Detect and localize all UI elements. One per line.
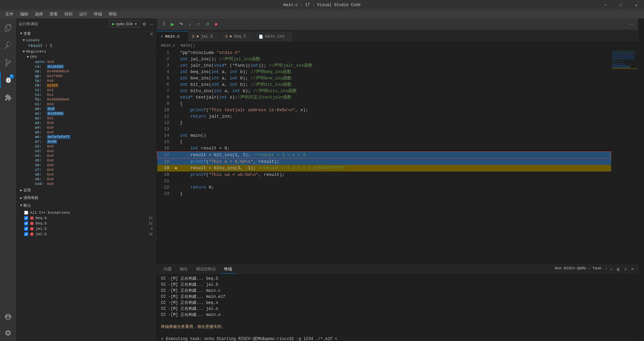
reg-s9[interactable]: s9:0x0: [27, 177, 157, 182]
bp-jals-16[interactable]: jal.S 16: [24, 231, 153, 237]
reg-s8[interactable]: s8:0x0: [27, 172, 157, 177]
registers-section[interactable]: ▼ Registers: [20, 49, 157, 54]
tab-main-c[interactable]: C main.c ✕: [157, 31, 188, 42]
tab-beq-s[interactable]: S ● beq.S ✕: [221, 31, 255, 42]
reg-a1[interactable]: a1:0x28008: [27, 111, 157, 116]
debug-stop-button[interactable]: ■: [212, 20, 220, 28]
terminal-content[interactable]: CC -[M] 正在构建... beq.S CC -[M] 正在构建... ja…: [157, 274, 638, 341]
code-editor[interactable]: 1"pp">#include "stdio.h"2int jal_ins(); …: [157, 50, 611, 264]
menu-view[interactable]: 查看: [47, 11, 60, 18]
breadcrumb-symbol[interactable]: main(): [180, 43, 195, 48]
menu-goto[interactable]: 转到: [62, 11, 75, 18]
bp-all-cpp-checkbox[interactable]: [24, 211, 28, 215]
callstack-label: 调用堆栈: [23, 195, 38, 200]
reg-s7[interactable]: s7:0x0: [27, 167, 157, 172]
locals-section[interactable]: ▼ Locals: [20, 38, 157, 43]
toolbar-more-button[interactable]: ···: [627, 21, 635, 27]
activity-bar: 1: [0, 18, 16, 341]
menu-edit[interactable]: 编辑: [17, 11, 31, 18]
activity-settings[interactable]: [0, 325, 16, 341]
reg-fp[interactable]: fp:0x408006e0: [27, 97, 157, 102]
reg-gp[interactable]: gp:0x27968: [27, 74, 157, 78]
reg-a2[interactable]: a2:0x1: [27, 116, 157, 121]
debug-continue-button[interactable]: ▶: [168, 20, 176, 28]
reg-ra[interactable]: ra:0x10264: [27, 64, 157, 69]
reg-t0[interactable]: t0:0x3e8: [27, 83, 157, 88]
activity-explorer[interactable]: [0, 20, 16, 36]
tab-beq-s-icon: S: [225, 35, 228, 39]
reg-s10[interactable]: s10:0x0: [27, 182, 157, 186]
panel-tab-output[interactable]: 输出: [176, 265, 192, 273]
reg-tp[interactable]: tp:0x0: [27, 78, 157, 83]
panel-split-button[interactable]: +: [609, 266, 614, 272]
panel-tab-terminal[interactable]: 终端: [220, 265, 236, 274]
reg-t2[interactable]: t2:0x1: [27, 92, 157, 97]
activity-debug[interactable]: 1: [0, 72, 16, 88]
bp-jals-4-checkbox[interactable]: [24, 227, 28, 231]
maximize-button[interactable]: □: [613, 0, 629, 10]
breadcrumb-file[interactable]: main.c: [161, 43, 175, 48]
activity-scm[interactable]: [0, 55, 16, 71]
reg-a6[interactable]: a6:0xfefefeff: [27, 135, 157, 139]
callstack-section[interactable]: ▶ 调用堆栈: [16, 194, 157, 202]
activity-extensions[interactable]: [0, 89, 16, 106]
debug-step-out-button[interactable]: ↑: [195, 20, 203, 28]
watch-section[interactable]: ▶ 监视: [16, 186, 157, 194]
menu-file[interactable]: 文件: [3, 11, 16, 18]
debug-restart-button[interactable]: ↺: [203, 20, 211, 28]
tab-main-ins[interactable]: 📄 main.ins ✕: [255, 31, 293, 42]
bp-beqs-22-checkbox[interactable]: [24, 216, 28, 220]
variables-label: 变量: [23, 31, 31, 36]
panel-close-button[interactable]: ✕: [630, 266, 635, 272]
locals-result-item[interactable]: result : 1: [20, 43, 157, 49]
debug-more-button[interactable]: ···: [149, 21, 154, 27]
tab-beq-s-label: beq.S: [234, 34, 246, 39]
reg-a4[interactable]: a4:0x0: [27, 125, 157, 130]
bp-jals-16-checkbox[interactable]: [24, 232, 28, 236]
reg-s6[interactable]: s6:0x0: [27, 163, 157, 167]
reg-t1[interactable]: t1:0x3: [27, 88, 157, 92]
start-debug-button[interactable]: ▶ (gdb) 启动 ▼: [109, 20, 141, 27]
panel-trash-button[interactable]: 🗑: [615, 266, 622, 272]
reg-s1[interactable]: s1:0x0: [27, 102, 157, 107]
bp-beqs-22[interactable]: beq.S 22: [24, 215, 153, 221]
debug-settings-button[interactable]: ⚙: [142, 21, 147, 27]
panel-tab-debug[interactable]: 调试控制台: [192, 265, 220, 273]
menu-terminal[interactable]: 终端: [91, 11, 105, 18]
bp-jals-4[interactable]: jal.S 4: [24, 226, 153, 231]
reg-sp[interactable]: sp:0x408006c0: [27, 69, 157, 74]
activity-search[interactable]: [0, 37, 16, 53]
terminal-line-4: CC -[M] 正在构建... main.elf: [161, 294, 634, 300]
close-button[interactable]: ✕: [629, 0, 644, 10]
reg-a0[interactable]: a0:0xd: [27, 107, 157, 111]
reg-a3[interactable]: a3:0x0: [27, 121, 157, 125]
variables-section[interactable]: ▼ 变量 ↺: [16, 30, 157, 38]
debug-grid-button[interactable]: ⠿: [160, 20, 168, 28]
variables-refresh-icon[interactable]: ↺: [150, 31, 153, 36]
menu-select[interactable]: 选择: [32, 11, 46, 18]
reg-s3[interactable]: s3:0x0: [27, 149, 157, 153]
reg-s2[interactable]: s2:0x0: [27, 144, 157, 149]
reg-a7[interactable]: a7:0x40: [27, 139, 157, 144]
reg-s4[interactable]: s4:0x0: [27, 153, 157, 158]
breakpoints-section[interactable]: ▼ 断点: [16, 202, 157, 209]
menu-help[interactable]: 帮助: [106, 11, 119, 18]
bp-beqs-31[interactable]: beq.S 31: [24, 221, 153, 226]
menu-run[interactable]: 运行: [76, 11, 90, 18]
terminal-line-5: CC -[M] 正在构建... beq.o: [161, 300, 634, 306]
reg-zero[interactable]: zero:0x0: [27, 60, 157, 64]
terminal-line-8: [161, 318, 634, 324]
reg-a5[interactable]: a5:0x0: [27, 130, 157, 135]
tab-jal-s[interactable]: S ● jal.S ✕: [188, 31, 221, 42]
breadcrumb: main.c › main(): [157, 42, 638, 50]
bp-beqs-31-checkbox[interactable]: [24, 221, 28, 225]
cpu-section[interactable]: ▼ CPU: [24, 54, 157, 60]
debug-step-into-button[interactable]: ↓: [186, 20, 194, 28]
minimize-button[interactable]: ─: [598, 0, 613, 10]
reg-s5[interactable]: s5:0x0: [27, 158, 157, 163]
panel-maximize-button[interactable]: ∧: [623, 266, 628, 272]
panel-tab-problems[interactable]: 问题: [160, 265, 176, 273]
debug-step-over-button[interactable]: ↷: [177, 20, 185, 28]
activity-account[interactable]: [0, 309, 16, 325]
bp-all-cpp[interactable]: All C++ Exceptions: [24, 210, 153, 215]
